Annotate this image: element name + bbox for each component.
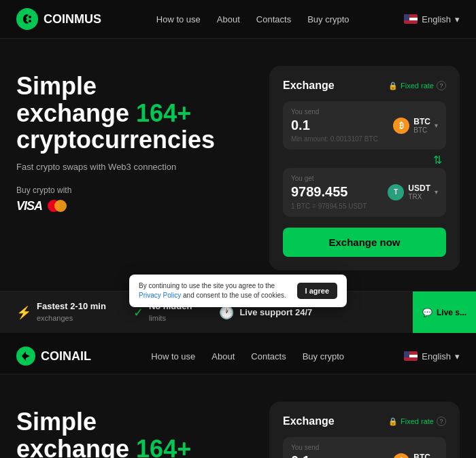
navbar-top: COINMUS How to use About Contacts Buy cr…: [0, 0, 476, 39]
logo-icon-coinail: [16, 347, 35, 366]
privacy-policy-link[interactable]: Privacy Policy: [139, 292, 181, 299]
nav2-contacts[interactable]: Contacts: [251, 351, 286, 362]
btc-icon-bottom: ₿: [393, 453, 409, 459]
payment-icons-top: VISA: [16, 199, 256, 213]
svg-point-2: [29, 20, 31, 22]
send-label-top: You send: [291, 108, 438, 116]
send-label-bottom: You send: [291, 444, 438, 451]
flag-icon-2: [404, 351, 418, 361]
fixed-rate-top: 🔒 Fixed rate ?: [388, 81, 446, 90]
logo-icon-coinmus: [16, 8, 38, 30]
cookie-banner: By continuing to use the site you agree …: [129, 275, 347, 307]
logo-coinail: COINAIL: [16, 347, 91, 366]
section-coinail: COINAIL How to use About Contacts Buy cr…: [0, 338, 476, 458]
mastercard-icon: [48, 200, 67, 212]
exchange-widget-bottom: Exchange 🔒 Fixed rate ? You send 0.1 ₿ B…: [269, 402, 460, 458]
info-icon-2[interactable]: ?: [437, 417, 446, 426]
svg-point-1: [29, 16, 31, 18]
send-amount-bottom[interactable]: 0.1: [291, 453, 310, 458]
send-amount-top[interactable]: 0.1: [291, 118, 310, 133]
chevron-down-icon: ▾: [455, 14, 460, 24]
section-coinmus: COINMUS How to use About Contacts Buy cr…: [0, 0, 476, 333]
nav-links-bottom: How to use About Contacts Buy crypto: [151, 350, 344, 362]
fixed-rate-bottom: 🔒 Fixed rate ?: [388, 417, 446, 426]
section-divider: [0, 333, 476, 338]
send-currency-chevron: ▾: [435, 122, 438, 129]
visa-icon: VISA: [16, 199, 42, 213]
get-currency-chevron: ▾: [435, 188, 438, 196]
get-amount-top[interactable]: 9789.455: [291, 184, 347, 200]
widget-header-bottom: Exchange 🔒 Fixed rate ?: [283, 415, 446, 427]
buy-with-label-top: Buy crypto with: [16, 186, 256, 195]
language-selector-bottom[interactable]: English ▾: [404, 351, 460, 362]
cookie-text: By continuing to use the site you agree …: [139, 281, 290, 300]
flag-icon: [404, 14, 418, 24]
rate-text-top: 1 BTC = 97894.55 USDT: [291, 202, 438, 210]
nav-how-to-use[interactable]: How to use: [156, 14, 201, 24]
lock-icon: 🔒: [388, 82, 398, 90]
widget-title-top: Exchange: [283, 80, 335, 92]
language-selector-top[interactable]: English ▾: [404, 14, 460, 24]
nav2-how-to-use[interactable]: How to use: [151, 351, 195, 362]
navbar-bottom: COINAIL How to use About Contacts Buy cr…: [0, 338, 476, 374]
get-field-top: You get 9789.455 T USDT TRX ▾ 1 BTC = 97…: [283, 168, 446, 217]
send-field-top: You send 0.1 ₿ BTC BTC ▾ Min amount: 0.0…: [283, 101, 446, 149]
nav2-buy-crypto[interactable]: Buy crypto: [303, 351, 344, 362]
send-field-bottom: You send 0.1 ₿ BTC BTC ▾ Min amount: 0.0…: [283, 437, 446, 458]
hero-bottom: Simple exchange 164+ cryptocurrencies Fa…: [0, 374, 476, 458]
speed-icon: ⚡: [16, 305, 31, 320]
nav2-about[interactable]: About: [211, 351, 235, 362]
send-currency-name-bottom: BTC: [413, 453, 430, 458]
swap-container-top: ⇅: [283, 152, 446, 168]
exchange-button-top[interactable]: Exchange now: [283, 228, 446, 257]
hero-left-top: Simple exchange 164+ cryptocurrencies Fa…: [16, 66, 256, 213]
nav-contacts[interactable]: Contacts: [256, 14, 291, 24]
get-label-top: You get: [291, 175, 438, 182]
send-currency-selector-bottom[interactable]: ₿ BTC BTC ▾: [393, 453, 438, 458]
feature-speed: ⚡ Fastest 2-10 min exchanges: [16, 301, 106, 323]
agree-button[interactable]: I agree: [297, 283, 337, 299]
btc-icon-top: ₿: [393, 118, 409, 134]
nav-buy-crypto[interactable]: Buy crypto: [307, 14, 349, 24]
hero-left-bottom: Simple exchange 164+ cryptocurrencies Fa…: [16, 402, 256, 458]
lock-icon-2: 🔒: [388, 417, 398, 426]
get-currency-name-top: USDT: [408, 183, 430, 193]
chevron-down-icon-2: ▾: [455, 351, 460, 362]
send-currency-name-top: BTC: [413, 117, 430, 126]
hero-title-bottom: Simple exchange 164+ cryptocurrencies: [16, 408, 256, 458]
send-currency-selector-top[interactable]: ₿ BTC BTC ▾: [393, 117, 438, 134]
send-currency-sub-top: BTC: [413, 126, 430, 134]
hero-top: Simple exchange 164+ cryptocurrencies Fa…: [0, 39, 476, 291]
swap-icon-top[interactable]: ⇅: [433, 154, 442, 166]
logo-coinmus: COINMUS: [16, 8, 101, 30]
hero-subtitle-top: Fast crypto swaps with Web3 connection: [16, 162, 256, 172]
widget-header-top: Exchange 🔒 Fixed rate ?: [283, 80, 446, 92]
chat-icon: 💬: [422, 308, 432, 317]
live-chat-button[interactable]: 💬 Live s...: [413, 292, 476, 333]
send-min-top: Min amount: 0.0013107 BTC: [291, 135, 438, 143]
info-icon[interactable]: ?: [437, 81, 446, 90]
exchange-widget-top: Exchange 🔒 Fixed rate ? You send 0.1 ₿ B…: [269, 66, 460, 270]
nav-about[interactable]: About: [217, 14, 240, 24]
get-currency-sub-top: TRX: [408, 193, 430, 200]
usdt-icon-top: T: [388, 184, 404, 200]
nav-links-top: How to use About Contacts Buy crypto: [156, 13, 350, 25]
hero-title-top: Simple exchange 164+ cryptocurrencies: [16, 73, 256, 154]
widget-title-bottom: Exchange: [283, 415, 335, 427]
get-currency-selector-top[interactable]: T USDT TRX ▾: [388, 183, 438, 200]
